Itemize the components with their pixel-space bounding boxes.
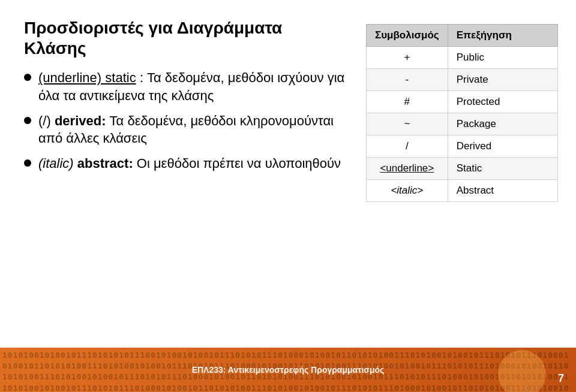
page-title: Προσδιοριστές για Διαγράμματα Κλάσης	[24, 18, 348, 58]
table-row: - Private	[367, 69, 558, 91]
table-cell-explanation: Abstract	[448, 180, 557, 202]
underline-symbol: <underline>	[380, 162, 434, 174]
bullet-dot	[24, 74, 31, 81]
table-cell-symbol: /	[367, 135, 448, 158]
bullet-italic-3: (italic)	[38, 156, 74, 171]
table-row: <underline> Static	[367, 158, 558, 180]
list-item: (underline) static : Τα δεδομένα, μεθόδο…	[24, 69, 348, 104]
table-header-symbol: Συμβολισμός	[367, 25, 448, 47]
main-content: Προσδιοριστές για Διαγράμματα Κλάσης (un…	[0, 0, 576, 348]
footer-page-number: 7	[558, 372, 564, 385]
bullet-text-2: (/) derived: Τα δεδομένα, μεθόδοι κληρον…	[38, 112, 348, 147]
table-cell-symbol: +	[367, 47, 448, 69]
list-item: (/) derived: Τα δεδομένα, μεθόδοι κληρον…	[24, 112, 348, 147]
table-header-explanation: Επεξήγηση	[448, 25, 557, 47]
right-panel: Συμβολισμός Επεξήγηση + Public - Private…	[366, 24, 558, 342]
table-cell-explanation: Package	[448, 113, 557, 135]
table-row: ~ Package	[367, 113, 558, 135]
table-cell-symbol: #	[367, 91, 448, 113]
table-cell-explanation: Protected	[448, 91, 557, 113]
symbol-table: Συμβολισμός Επεξήγηση + Public - Private…	[366, 24, 558, 202]
table-cell-symbol: ~	[367, 113, 448, 135]
bullet-dot	[24, 159, 31, 167]
footer: 1010100101001011101010101110010100101001…	[0, 348, 576, 392]
bullet-underline-1: (underline) static	[38, 70, 136, 85]
table-cell-explanation: Public	[448, 47, 557, 69]
table-cell-symbol: <underline>	[367, 158, 448, 180]
table-cell-explanation: Private	[448, 69, 557, 91]
italic-symbol: <italic>	[391, 185, 423, 196]
table-cell-symbol: -	[367, 69, 448, 91]
bullet-dot	[24, 117, 31, 124]
table-row: <italic> Abstract	[367, 180, 558, 202]
bullet-middle-3: abstract:	[74, 156, 133, 171]
table-cell-explanation: Static	[448, 158, 557, 180]
bullet-suffix-3: Οι μεθόδοι πρέπει να υλοποιηθούν	[133, 156, 341, 171]
footer-circle-decoration	[498, 350, 546, 392]
table-row: + Public	[367, 47, 558, 69]
left-panel: Προσδιοριστές για Διαγράμματα Κλάσης (un…	[24, 18, 348, 342]
table-cell-explanation: Derived	[448, 135, 557, 158]
table-cell-symbol: <italic>	[367, 180, 448, 202]
bullet-prefix-2: (/)	[38, 113, 51, 128]
bullet-list: (underline) static : Τα δεδομένα, μεθόδο…	[24, 69, 348, 179]
bullet-text-1: (underline) static : Τα δεδομένα, μεθόδο…	[38, 69, 348, 104]
bullet-middle-2: derived:	[51, 113, 106, 128]
list-item: (italic) abstract: Οι μεθόδοι πρέπει να …	[24, 155, 348, 173]
table-row: / Derived	[367, 135, 558, 158]
table-row: # Protected	[367, 91, 558, 113]
bullet-text-3: (italic) abstract: Οι μεθόδοι πρέπει να …	[38, 155, 348, 173]
footer-label: ΕΠΛ233: Αντικειμενοστρεφής Προγραμματισμ…	[192, 365, 385, 375]
